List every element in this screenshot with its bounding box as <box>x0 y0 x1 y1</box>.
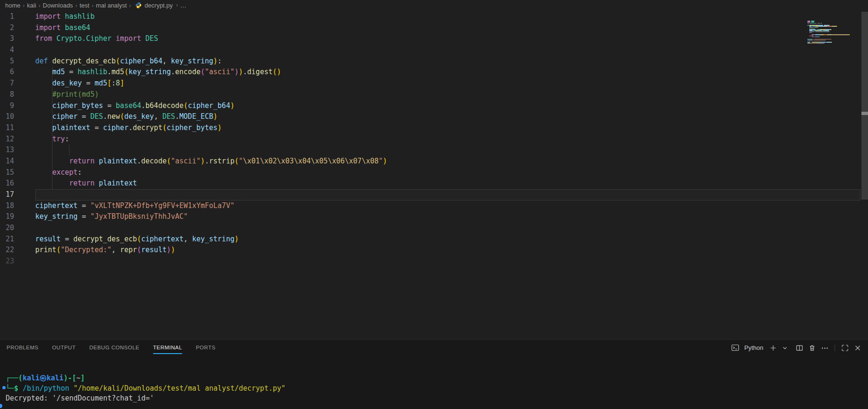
line-number: 22 <box>0 245 14 256</box>
line-number: 5 <box>0 56 14 67</box>
code-line-3[interactable]: 3from Crypto.Cipher import DES <box>0 33 868 45</box>
code-line-23[interactable]: 23 <box>0 256 868 267</box>
token: base64 <box>65 23 90 32</box>
code-line-7[interactable]: 7 des_key = md5[:8] <box>0 78 868 89</box>
token: , <box>154 112 158 121</box>
panel-tab-debug-console[interactable]: DEBUG CONSOLE <box>89 340 139 356</box>
code-line-1[interactable]: 1import hashlib <box>0 11 868 23</box>
token: ( <box>184 101 188 110</box>
code-line-15[interactable]: 15 except: <box>0 167 868 178</box>
token: () <box>273 68 281 76</box>
code-text: import hashlib <box>35 11 94 23</box>
token: = <box>69 68 73 76</box>
token: = <box>108 101 112 110</box>
terminal-line: └─$ /bin/python "/home/kali/Downloads/te… <box>6 384 868 394</box>
code-line-14[interactable]: 14 return plaintext.decode("ascii").rstr… <box>0 156 868 167</box>
close-panel-button[interactable] <box>854 344 861 352</box>
panel-tab-terminal[interactable]: TERMINAL <box>153 340 182 356</box>
code-line-19[interactable]: 19key_string = "JyxTBTUpBksniyThhJvAC" <box>0 211 868 223</box>
token: ) <box>213 112 217 121</box>
code-line-11[interactable]: 11 plaintext = cipher.decrypt(cipher_byt… <box>0 123 868 134</box>
current-line-highlight <box>35 189 860 201</box>
breadcrumb-file[interactable]: decrypt.py <box>144 2 174 9</box>
kill-terminal-button[interactable] <box>808 344 816 352</box>
code-line-13[interactable]: 13 <box>0 145 868 156</box>
token <box>35 101 52 110</box>
token <box>116 246 120 254</box>
code-editor[interactable]: 1import hashlib2import base643from Crypt… <box>0 10 868 339</box>
token: , <box>162 57 167 65</box>
terminal-dropdown-chevron-icon[interactable] <box>782 345 788 351</box>
panel-tab-ports[interactable]: PORTS <box>196 340 215 356</box>
token: cipher_bytes <box>52 101 103 110</box>
code-line-18[interactable]: 18ciphertext = "vXLTtNPZK+Dfb+Yg9FV+EW1x… <box>0 201 868 212</box>
code-line-4[interactable]: 4 <box>0 45 868 56</box>
code-line-2[interactable]: 2import base64 <box>0 23 868 34</box>
breadcrumb-item[interactable]: Downloads <box>42 2 74 9</box>
more-actions-button[interactable] <box>821 344 829 352</box>
command-decoration-icon[interactable] <box>2 386 6 389</box>
token: /bin/python <box>23 384 69 393</box>
token: ( <box>120 112 124 121</box>
breadcrumb-item[interactable]: home <box>4 2 22 9</box>
breadcrumb-item[interactable]: kali <box>26 2 38 9</box>
terminal[interactable]: ┌──(kali㉿kali)-[~]└─$ /bin/python "/home… <box>0 356 868 409</box>
code-line-20[interactable]: 20 <box>0 223 868 234</box>
token <box>188 235 192 243</box>
token: ) <box>200 157 205 165</box>
panel-actions: Python <box>731 344 861 352</box>
chevron-right-icon: › <box>129 2 131 9</box>
code-line-6[interactable]: 6 md5 = hashlib.md5(key_string.encode("a… <box>0 67 868 78</box>
breadcrumb-symbol-ellipsis[interactable]: … <box>180 2 186 9</box>
token: rstrip <box>209 157 234 165</box>
panel-tab-problems[interactable]: PROBLEMS <box>7 340 38 356</box>
token: ) <box>213 57 217 65</box>
token <box>69 235 73 243</box>
token: ( <box>137 246 141 254</box>
token: cipher_b64 <box>120 57 162 65</box>
token: ~ <box>76 374 80 382</box>
terminal-shell-label[interactable]: Python <box>745 344 763 351</box>
bottom-panel: PROBLEMSOUTPUTDEBUG CONSOLETERMINALPORTS… <box>0 339 868 409</box>
chevron-right-icon: › <box>38 2 40 9</box>
token <box>35 168 52 177</box>
line-number: 8 <box>0 89 14 100</box>
breadcrumb-dirs: home›kali›Downloads›test›mal analyst› <box>4 2 132 9</box>
token: ┌──( <box>6 374 23 382</box>
code-line-10[interactable]: 10 cipher = DES.new(des_key, DES.MODE_EC… <box>0 111 868 123</box>
minimap[interactable] <box>807 21 851 45</box>
split-terminal-button[interactable] <box>796 344 803 352</box>
line-number: 23 <box>0 256 14 267</box>
line-number: 12 <box>0 134 14 145</box>
token: def <box>35 57 48 65</box>
token <box>73 68 77 76</box>
token: ( <box>167 157 171 165</box>
token: ( <box>162 123 167 132</box>
terminal-profile-icon <box>731 344 739 351</box>
token: from <box>35 34 52 43</box>
maximize-panel-button[interactable] <box>841 344 849 352</box>
code-line-12[interactable]: 12 try: <box>0 134 868 145</box>
breadcrumb-item[interactable]: mal analyst <box>95 2 128 9</box>
code-line-8[interactable]: 8 #print(md5) <box>0 89 868 100</box>
code-line-5[interactable]: 5def decrypt_des_ecb(cipher_b64, key_str… <box>0 56 868 67</box>
code-line-9[interactable]: 9 cipher_bytes = base64.b64decode(cipher… <box>0 100 868 112</box>
line-number: 21 <box>0 234 14 245</box>
token: : <box>77 168 82 177</box>
token: ) <box>171 246 175 254</box>
token: import <box>35 23 61 32</box>
line-number: 11 <box>0 123 14 134</box>
token: try <box>52 135 65 143</box>
token <box>61 235 65 243</box>
editor-scrollbar[interactable] <box>861 12 868 200</box>
breadcrumb-item[interactable]: test <box>78 2 90 9</box>
code-line-22[interactable]: 22print("Decrypted:", repr(result)) <box>0 245 868 256</box>
token: " <box>379 157 383 165</box>
indent-guide <box>69 145 69 156</box>
code-line-16[interactable]: 16 return plaintext <box>0 178 868 189</box>
panel-tab-output[interactable]: OUTPUT <box>52 340 76 356</box>
code-line-17[interactable]: 17 <box>0 189 868 201</box>
new-terminal-button[interactable] <box>769 344 777 352</box>
token: plaintext <box>52 123 90 132</box>
code-line-21[interactable]: 21result = decrypt_des_ecb(ciphertext, k… <box>0 234 868 245</box>
